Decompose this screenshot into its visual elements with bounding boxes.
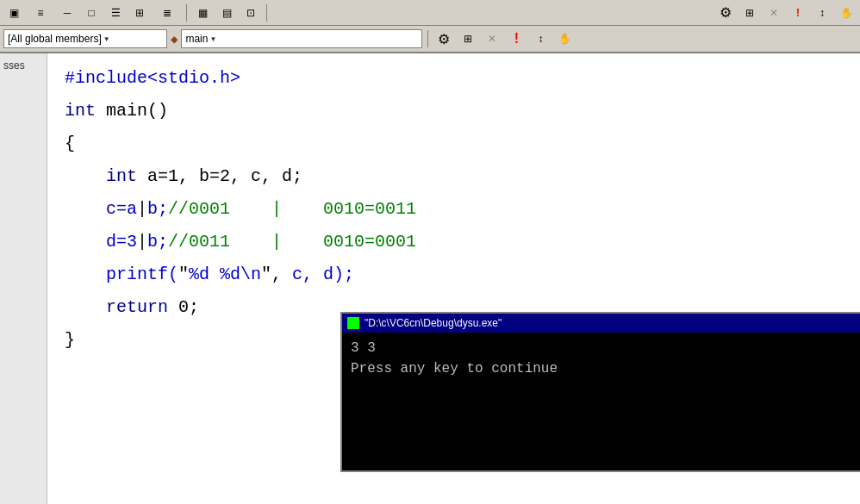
- console-body: 3 3 Press any key to continue: [342, 333, 860, 470]
- include-statement: #include<stdio.h>: [65, 62, 240, 95]
- var-decl: a=1, b=2, c, d;: [137, 160, 302, 193]
- kw-return: return: [65, 291, 168, 324]
- console-title: "D:\c\VC6cn\Debug\dysu.exe": [365, 317, 502, 329]
- tb-btn-8[interactable]: ▦: [192, 3, 213, 22]
- console-titlebar: "D:\c\VC6cn\Debug\dysu.exe": [342, 314, 860, 333]
- tb2-arrow-icon[interactable]: ↕: [530, 29, 551, 48]
- separator-3: [427, 30, 428, 47]
- tb-btn-5[interactable]: ☰: [105, 3, 126, 22]
- diamond-icon: ◆: [171, 32, 178, 47]
- console-window-icon: [347, 317, 359, 329]
- dropdown1-arrow: ▼: [103, 35, 110, 43]
- tb-settings-icon[interactable]: ⚙: [715, 3, 736, 22]
- toolbar2: [All global members] ▼ ◆ main ▼ ⚙ ⊞ ✕ ! …: [0, 26, 860, 53]
- kw-int-vars: int: [65, 160, 137, 193]
- main-area: sses #include<stdio.h> int main() { int …: [0, 53, 860, 504]
- code-c-assign: c=a: [65, 193, 137, 226]
- tb-btn-4[interactable]: □: [81, 3, 102, 22]
- console-window[interactable]: "D:\c\VC6cn\Debug\dysu.exe" 3 3 Press an…: [340, 312, 860, 472]
- code-line-2: int main(): [65, 95, 843, 128]
- tb-arrow-icon[interactable]: ↕: [812, 3, 832, 22]
- tb-btn-6[interactable]: ⊞: [129, 3, 150, 22]
- code-line-3: {: [65, 128, 843, 160]
- console-output-1: 3 3: [351, 338, 860, 358]
- sidebar: sses: [0, 53, 47, 504]
- code-editor[interactable]: #include<stdio.h> int main() { int a=1, …: [47, 53, 860, 504]
- close-brace: }: [65, 324, 75, 357]
- function-label: main: [185, 33, 208, 45]
- tb2-exclaim-icon[interactable]: !: [506, 29, 527, 48]
- code-line-7: printf("%d %d\n", c, d);: [65, 258, 843, 291]
- tb-btn-2[interactable]: ≡: [28, 3, 53, 22]
- separator-1: [186, 4, 187, 22]
- comment-2: //0011 | 0010=0001: [168, 226, 416, 258]
- tb-btn-7[interactable]: ≣: [153, 3, 181, 22]
- tb2-hand-icon[interactable]: ✋: [554, 29, 575, 48]
- code-d-assign: d=3: [65, 226, 137, 258]
- tb-btn-1[interactable]: ▣: [3, 3, 24, 22]
- tb-close-icon[interactable]: ✕: [763, 3, 784, 22]
- tb2-grid-icon[interactable]: ⊞: [458, 29, 478, 48]
- tb2-x-icon[interactable]: ✕: [482, 29, 502, 48]
- console-output-2: Press any key to continue: [351, 358, 860, 379]
- tb-hand-icon[interactable]: ✋: [836, 3, 857, 22]
- toolbar1: ▣ ≡ ─ □ ☰ ⊞ ≣ ▦ ▤ ⊡ ⚙ ⊞ ✕ ! ↕ ✋: [0, 0, 860, 26]
- tb-btn-3[interactable]: ─: [57, 3, 78, 22]
- comment-1: //0001 | 0010=0011: [168, 193, 416, 226]
- function-dropdown[interactable]: main ▼: [181, 29, 422, 48]
- printf-call: printf(: [65, 258, 178, 291]
- separator-2: [266, 4, 267, 22]
- code-line-4: int a=1, b=2, c, d;: [65, 160, 843, 193]
- sidebar-label: sses: [0, 58, 28, 73]
- return-val: 0;: [168, 291, 199, 324]
- tb-btn-10[interactable]: ⊡: [240, 3, 261, 22]
- tb-btn-9[interactable]: ▤: [216, 3, 237, 22]
- main-func: main(): [96, 95, 168, 128]
- code-line-1: #include<stdio.h>: [65, 62, 843, 95]
- code-line-6: d=3|b;//0011 | 0010=0001: [65, 226, 843, 258]
- open-brace: {: [65, 128, 75, 160]
- tb-exclaim-icon[interactable]: !: [788, 3, 808, 22]
- code-line-5: c=a|b;//0001 | 0010=0011: [65, 193, 843, 226]
- global-members-label: [All global members]: [8, 33, 102, 45]
- tb-grid-icon[interactable]: ⊞: [739, 3, 760, 22]
- tb2-settings-icon[interactable]: ⚙: [433, 29, 454, 48]
- global-members-dropdown[interactable]: [All global members] ▼: [3, 29, 167, 48]
- kw-int-main: int: [65, 95, 96, 128]
- dropdown2-arrow: ▼: [209, 35, 216, 43]
